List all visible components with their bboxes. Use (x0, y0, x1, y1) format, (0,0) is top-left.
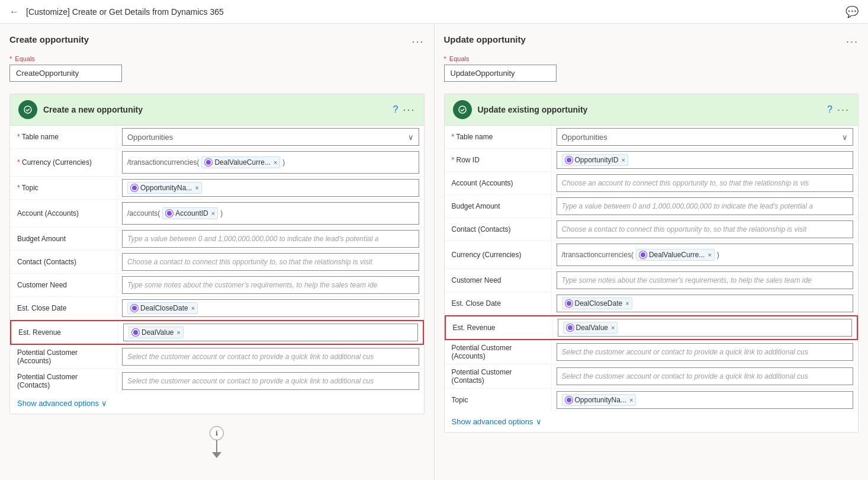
left-revenue-token-close[interactable]: × (176, 329, 180, 336)
right-label-budget: Budget Amount (445, 199, 551, 214)
svg-point-0 (24, 106, 31, 113)
right-input-contact[interactable]: Choose a contact to connect this opportu… (557, 220, 854, 238)
left-input-currency[interactable]: /transactioncurrencies( DealValueCurre..… (122, 151, 419, 174)
left-account-token-icon (165, 209, 173, 217)
left-flow-circle: ℹ (210, 426, 224, 440)
right-input-close-date[interactable]: DealCloseDate × (557, 295, 854, 312)
left-currency-token-close[interactable]: × (274, 159, 277, 166)
right-value-account: Choose an account to connect this opport… (551, 172, 859, 194)
right-panel-menu[interactable]: ... (846, 33, 859, 46)
right-value-contact: Choose a contact to connect this opportu… (551, 218, 859, 241)
left-value-account: /accounts( AccountID × ) (117, 200, 424, 227)
right-input-table-name[interactable]: Opportunities ∨ (557, 128, 854, 146)
right-label-currency: Currency (Currencies) (445, 247, 551, 263)
left-action-icon (18, 100, 37, 119)
left-field-revenue: Est. Revenue DealValue × (10, 320, 424, 345)
right-currency-token-text: DealValueCurre... (649, 251, 705, 259)
right-field-row-id: Row ID OpportunityID × (445, 149, 859, 172)
right-input-account[interactable]: Choose an account to connect this opport… (557, 174, 854, 192)
left-revenue-token-text: DealValue (142, 328, 173, 337)
left-label-budget: Budget Amount (10, 231, 117, 247)
right-close-date-token-text: DealCloseDate (575, 299, 623, 308)
right-input-topic[interactable]: OpportunityNa... × (557, 391, 854, 409)
right-budget-placeholder: Type a value between 0 and 1,000,000,000… (562, 202, 813, 210)
right-label-revenue: Est. Revenue (446, 320, 552, 335)
left-currency-token: DealValueCurre... × (201, 156, 280, 168)
left-value-budget: Type a value between 0 and 1,000,000,000… (117, 228, 424, 250)
right-currency-prefix: /transactioncurrencies( (562, 251, 634, 259)
right-help-icon[interactable]: ? (827, 104, 832, 115)
left-action-card: Create a new opportunity ? ··· Table nam… (9, 94, 425, 414)
left-equals-input[interactable] (9, 65, 122, 82)
left-input-table-name[interactable]: Opportunities ∨ (122, 128, 419, 146)
left-topic-token-close[interactable]: × (195, 184, 198, 191)
right-panel: Update opportunity ... * Equals Update e… (435, 24, 869, 480)
left-close-date-token-icon (130, 304, 139, 312)
chat-icon[interactable]: 💬 (846, 5, 859, 18)
top-bar-actions: 💬 (846, 5, 859, 18)
right-currency-suffix: ) (717, 251, 719, 259)
right-equals-section: * Equals (444, 55, 859, 82)
right-input-customer-need[interactable]: Type some notes about the customer's req… (557, 271, 854, 289)
right-action-icon (453, 100, 472, 119)
right-input-revenue[interactable]: DealValue × (558, 319, 853, 337)
right-field-close-date: Est. Close Date DealCloseDate × (445, 292, 859, 315)
right-more-icon[interactable]: ··· (837, 104, 850, 116)
left-input-customer-need[interactable]: Type some notes about the customer's req… (122, 276, 419, 294)
right-input-pot-customer-acct[interactable]: Select the customer account or contact t… (557, 343, 854, 361)
right-row-id-token-icon (565, 156, 573, 164)
left-value-topic: OpportunityNa... × (117, 177, 424, 199)
right-value-revenue: DealValue × (552, 316, 857, 339)
back-icon[interactable]: ← (9, 7, 19, 17)
right-label-pot-customer-cont: Potential Customer (Contacts) (445, 364, 551, 388)
left-field-currency: Currency (Currencies) /transactioncurren… (10, 149, 424, 177)
left-input-budget[interactable]: Type a value between 0 and 1,000,000,000… (122, 230, 419, 248)
left-panel-menu[interactable]: ... (412, 33, 424, 46)
right-field-customer-need: Customer Need Type some notes about the … (445, 269, 859, 292)
right-field-revenue: Est. Revenue DealValue × (445, 315, 859, 340)
left-input-topic[interactable]: OpportunityNa... × (122, 179, 419, 197)
right-panel-header: Update opportunity ... (444, 33, 859, 46)
left-pot-customer-acct-placeholder: Select the customer account or contact t… (127, 353, 374, 361)
left-form-fields: Table name Opportunities ∨ Currency (Cur… (10, 126, 424, 393)
right-input-row-id[interactable]: OpportunityID × (557, 151, 854, 169)
left-input-pot-customer-cont[interactable]: Select the customer account or contact t… (122, 372, 419, 390)
left-input-pot-customer-acct[interactable]: Select the customer account or contact t… (122, 348, 419, 366)
right-close-date-token: DealCloseDate × (562, 297, 632, 309)
left-panel: Create opportunity ... * Equals Create a… (0, 24, 435, 480)
right-equals-input[interactable] (444, 65, 557, 82)
left-account-token-close[interactable]: × (211, 210, 215, 217)
left-advanced-options[interactable]: Show advanced options ∨ (10, 393, 424, 414)
right-pot-customer-acct-placeholder: Select the customer account or contact t… (562, 348, 808, 356)
right-row-id-token-close[interactable]: × (622, 156, 625, 164)
right-advanced-options[interactable]: Show advanced options ∨ (445, 411, 859, 432)
right-currency-token-close[interactable]: × (708, 251, 711, 258)
right-input-budget[interactable]: Type a value between 0 and 1,000,000,000… (557, 197, 854, 215)
right-pot-customer-cont-placeholder: Select the customer account or contact t… (562, 372, 808, 380)
left-label-pot-customer-acct: Potential Customer (Accounts) (10, 345, 117, 369)
right-currency-mixed: /transactioncurrencies( DealValueCurre..… (562, 247, 719, 263)
left-close-date-token-close[interactable]: × (191, 305, 195, 312)
right-customer-need-placeholder: Type some notes about the customer's req… (562, 276, 812, 284)
right-close-date-token-close[interactable]: × (625, 300, 629, 307)
right-advanced-chevron: ∨ (536, 417, 542, 426)
left-field-table-name: Table name Opportunities ∨ (10, 126, 424, 149)
right-input-currency[interactable]: /transactioncurrencies( DealValueCurre..… (557, 244, 854, 266)
left-label-customer-need: Customer Need (10, 277, 117, 293)
right-row-id-token-text: OpportunityID (575, 156, 619, 164)
left-input-account[interactable]: /accounts( AccountID × ) (122, 202, 419, 225)
right-topic-token-close[interactable]: × (629, 396, 633, 404)
left-input-close-date[interactable]: DealCloseDate × (122, 299, 419, 317)
left-more-icon[interactable]: ··· (403, 104, 415, 116)
right-input-pot-customer-cont[interactable]: Select the customer account or contact t… (557, 367, 854, 385)
left-table-name-text: Opportunities (127, 133, 173, 142)
left-value-pot-customer-cont: Select the customer account or contact t… (117, 370, 424, 392)
left-label-pot-customer-cont: Potential Customer (Contacts) (10, 369, 117, 393)
page-title: [Customize] Create or Get Details from D… (26, 7, 224, 17)
right-revenue-token-close[interactable]: × (611, 324, 615, 331)
left-help-icon[interactable]: ? (393, 104, 398, 115)
right-field-pot-customer-acct: Potential Customer (Accounts) Select the… (445, 340, 859, 364)
left-input-revenue[interactable]: DealValue × (123, 324, 418, 341)
left-field-close-date: Est. Close Date DealCloseDate × (10, 297, 424, 320)
left-input-contact[interactable]: Choose a contact to connect this opportu… (122, 253, 419, 271)
